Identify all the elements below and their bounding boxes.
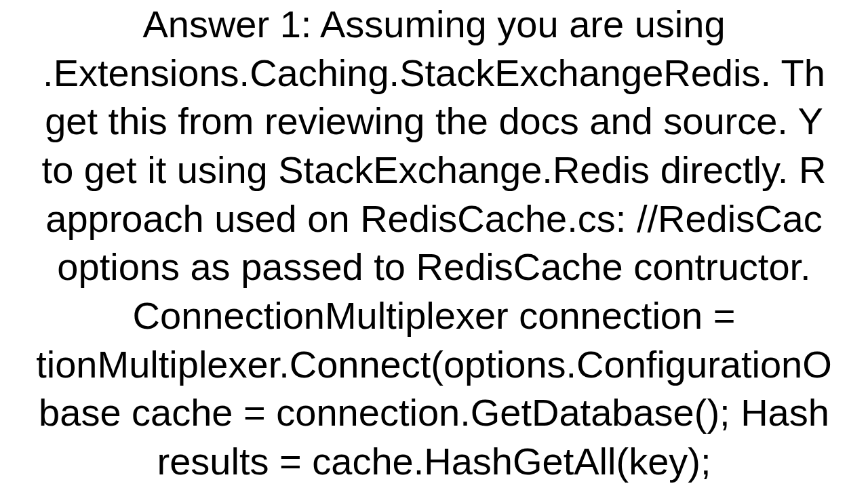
answer-text: Answer 1: Assuming you are using .Extens…: [36, 0, 832, 486]
